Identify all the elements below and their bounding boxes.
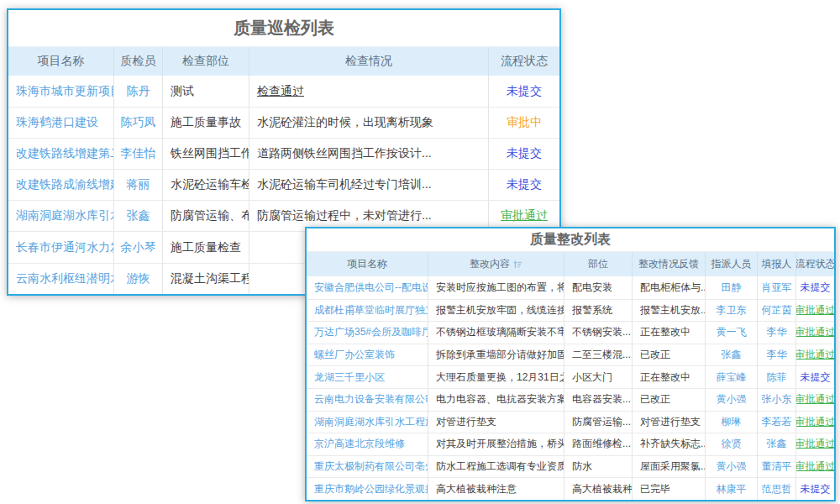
cell-feedback: 正在整改中 (633, 366, 706, 388)
table-row: 螺丝厂办公室装饰拆除到承重墙部分请做好加固...二至三楼混...已改正张鑫李华审… (307, 344, 834, 366)
cell-situation: 道路两侧铁丝网围挡工作按设计... (249, 139, 489, 169)
cell-assignee[interactable]: 林康平 (706, 478, 758, 500)
column-header[interactable]: 整改内容 (428, 252, 564, 276)
cell-assignee[interactable]: 黄小强 (706, 389, 758, 411)
column-header-label: 整改情况反馈 (638, 257, 699, 271)
rectification-table-body: 安徽合肥供电公司--配电设备...安装时应按施工图的布置，将...配电安装配电柜… (307, 276, 834, 500)
column-header-label: 质检员 (121, 54, 156, 69)
cell-project[interactable]: 螺丝厂办公室装饰 (307, 344, 428, 366)
cell-content: 高大植被栽种注意 (428, 478, 564, 500)
cell-assignee[interactable]: 黄一飞 (706, 322, 758, 344)
column-header-label: 填报人 (762, 257, 792, 271)
cell-inspector[interactable]: 李佳怡 (114, 139, 163, 169)
cell-part: 报警系统 (564, 300, 633, 322)
cell-project[interactable]: 云南水利枢纽潜明水库... (8, 264, 114, 294)
cell-part: 施工质量事故 (163, 108, 249, 138)
cell-part: 小区大门 (564, 366, 633, 388)
cell-part: 测试 (163, 76, 249, 107)
inspection-table-header-row: 项目名称质检员检查部位检查情况流程状态 (8, 47, 559, 76)
cell-inspector[interactable]: 蒋丽 (114, 170, 163, 200)
cell-part: 不锈钢安装... (564, 322, 633, 344)
cell-reporter[interactable]: 李华 (758, 344, 796, 366)
cell-status: 未提交 (796, 276, 834, 299)
cell-project[interactable]: 龙湖三千里小区 (307, 366, 428, 388)
column-header: 检查情况 (249, 47, 489, 76)
cell-reporter[interactable]: 范思哲 (758, 478, 796, 500)
column-header-label: 流程状态 (501, 54, 548, 69)
cell-content: 防水工程施工选调有专业资质... (428, 456, 564, 478)
cell-situation[interactable]: 检查通过 (249, 76, 489, 107)
cell-reporter[interactable]: 张小东 (758, 389, 796, 411)
cell-assignee[interactable]: 李卫东 (706, 300, 758, 322)
column-header-label: 检查情况 (345, 54, 392, 69)
cell-status[interactable]: 审批通过 (796, 389, 834, 411)
cell-feedback: 屋面采用聚氯... (633, 456, 706, 478)
column-header-label: 指派人员 (711, 257, 752, 271)
cell-project[interactable]: 改建铁路成渝线增建第... (8, 170, 114, 200)
cell-inspector[interactable]: 余小琴 (114, 232, 163, 262)
cell-feedback: 正在整改中 (633, 322, 706, 344)
cell-reporter[interactable]: 李若若 (758, 412, 796, 433)
cell-status[interactable]: 审批通过 (796, 412, 834, 433)
cell-project[interactable]: 湖南洞庭湖水库引水工... (8, 201, 114, 231)
column-header: 项目名称 (307, 252, 428, 276)
cell-inspector[interactable]: 陈丹 (114, 76, 163, 107)
cell-reporter[interactable]: 肖亚军 (758, 276, 796, 299)
cell-project[interactable]: 云南电力设备安装有限公司20... (307, 389, 428, 411)
cell-project[interactable]: 京沪高速北京段维修 (307, 433, 428, 455)
cell-part: 路面维修检... (564, 433, 633, 455)
cell-feedback: 对管进行垫支 (633, 412, 706, 433)
cell-inspector[interactable]: 游恢 (114, 264, 163, 294)
cell-project[interactable]: 安徽合肥供电公司--配电设备... (307, 276, 428, 299)
cell-reporter[interactable]: 董清平 (758, 456, 796, 478)
cell-status[interactable]: 审批通过 (796, 456, 834, 478)
rectification-table-card: 质量整改列表 项目名称整改内容部位整改情况反馈指派人员填报人流程状态 安徽合肥供… (305, 227, 836, 501)
cell-inspector[interactable]: 张鑫 (114, 201, 163, 231)
cell-status[interactable]: 审批通过 (796, 344, 834, 366)
column-header-label: 检查部位 (182, 54, 229, 69)
table-row: 重庆太极制药有限公司亳州中...防水工程施工选调有专业资质...防水屋面采用聚氯… (307, 455, 834, 478)
column-header: 整改情况反馈 (633, 252, 706, 276)
cell-content: 报警主机安放牢固，线缆连接... (428, 300, 564, 322)
cell-reporter[interactable]: 何芷茵 (758, 300, 796, 322)
cell-project[interactable]: 珠海鹤港口建设 (8, 108, 114, 138)
cell-feedback: 补齐缺失标志... (633, 433, 706, 455)
cell-assignee[interactable]: 徐贤 (706, 433, 758, 455)
table-row: 改建铁路成渝线增建第...蒋丽水泥砼运输车检查水泥砼运输车司机经过专门培训...… (8, 169, 559, 200)
cell-reporter[interactable]: 陈菲 (758, 366, 796, 388)
inspection-table-title: 质量巡检列表 (8, 10, 559, 47)
cell-project[interactable]: 成都杜甫草堂临时展厅独立展... (307, 300, 428, 322)
cell-assignee[interactable]: 张鑫 (706, 344, 758, 366)
cell-project[interactable]: 长春市伊通河水力发电... (8, 232, 114, 262)
cell-project[interactable]: 重庆市鹅岭公园绿化景观提升... (307, 478, 428, 500)
cell-part: 配电安装 (564, 276, 633, 299)
table-row: 改建铁路线增建第二线...李佳怡铁丝网围挡工作检查道路两侧铁丝网围挡工作按设计.… (8, 138, 559, 169)
cell-reporter[interactable]: 李华 (758, 322, 796, 344)
cell-project[interactable]: 万达广场35#会所及咖啡厅空... (307, 322, 428, 344)
cell-assignee[interactable]: 薛宝峰 (706, 366, 758, 388)
cell-content: 安装时应按施工图的布置，将... (428, 276, 564, 299)
cell-feedback: 报警主机安放... (633, 300, 706, 322)
column-header-label: 项目名称 (347, 257, 387, 271)
table-row: 湖南洞庭湖水库引水工程施工标对管进行垫支防腐管运输...对管进行垫支柳琳李若若审… (307, 411, 834, 433)
cell-status[interactable]: 审批通过 (796, 433, 834, 455)
cell-project[interactable]: 重庆太极制药有限公司亳州中... (307, 456, 428, 478)
table-row: 云南电力设备安装有限公司20...电力电容器、电抗器安装方案...电容器安装..… (307, 388, 834, 411)
cell-project[interactable]: 改建铁路线增建第二线... (8, 139, 114, 169)
cell-assignee[interactable]: 田静 (706, 276, 758, 299)
cell-reporter[interactable]: 张鑫 (758, 433, 796, 455)
cell-assignee[interactable]: 黄小强 (706, 456, 758, 478)
column-header-label: 整改内容 (470, 257, 510, 271)
sort-icon[interactable] (513, 260, 522, 269)
cell-project[interactable]: 湖南洞庭湖水库引水工程施工标 (307, 412, 428, 433)
cell-feedback: 已改正 (633, 389, 706, 411)
cell-inspector[interactable]: 陈巧凤 (114, 108, 163, 138)
cell-project[interactable]: 珠海市城市更新项目紫... (8, 76, 114, 107)
cell-status[interactable]: 审批通过 (796, 322, 834, 344)
cell-feedback: 已改正 (633, 344, 706, 366)
cell-assignee[interactable]: 柳琳 (706, 412, 758, 433)
cell-part: 防水 (564, 456, 633, 478)
cell-content: 不锈钢边框玻璃隔断安装不牢... (428, 322, 564, 344)
cell-status[interactable]: 审批通过 (796, 300, 834, 322)
cell-part: 电容器安装... (564, 389, 633, 411)
